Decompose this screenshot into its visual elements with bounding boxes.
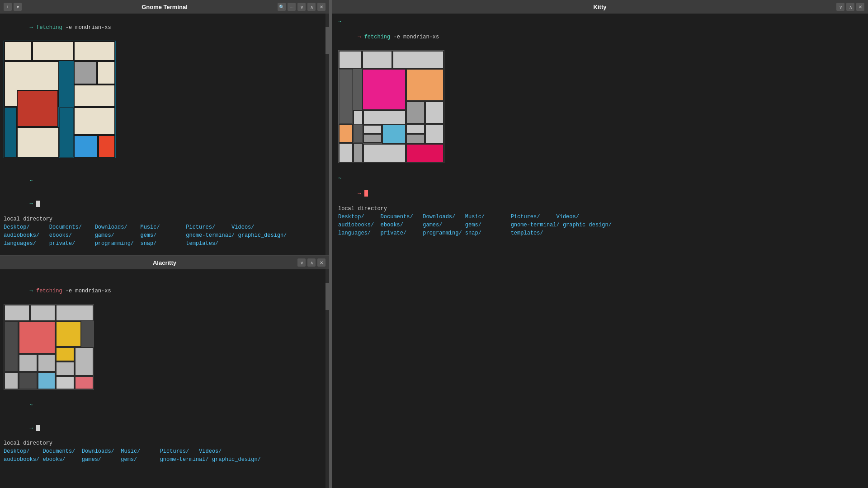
kitty-shell-arrow: →: [358, 191, 364, 197]
gnome-search-button[interactable]: 🔍: [278, 3, 286, 11]
gnome-scrollbar-thumb[interactable]: [326, 27, 329, 54]
svg-rect-7: [98, 61, 115, 84]
gnome-terminal-window: + ▾ Gnome Terminal 🔍 ··· ∨ ∧ ✕ → fetchin…: [0, 0, 329, 255]
svg-rect-51: [406, 134, 425, 143]
kitty-prompt-arrow: →: [358, 34, 364, 40]
alacritty-command-keyword: fetching: [36, 288, 62, 294]
svg-rect-47: [363, 125, 382, 133]
svg-rect-56: [406, 144, 443, 162]
kitty-command-keyword: fetching: [364, 34, 391, 40]
gnome-terminal-title: Gnome Terminal: [142, 4, 188, 10]
alacritty-shell-arrow: →: [30, 425, 36, 432]
svg-rect-50: [406, 124, 425, 133]
svg-rect-6: [74, 61, 97, 84]
gnome-dir-listing: Desktop/ Documents/ Downloads/ Music/ Pi…: [4, 223, 326, 248]
alacritty-titlebar: Alacritty ∨ ∧ ✕: [0, 256, 329, 269]
svg-rect-21: [56, 322, 81, 347]
kitty-window: Kitty ∨ ∧ ✕ ~ → fetching -e mondrian-xs: [332, 0, 868, 488]
svg-rect-39: [363, 69, 406, 110]
svg-rect-29: [5, 372, 18, 389]
alacritty-local-dir-label: local directory: [4, 440, 326, 447]
alacritty-command-args: -e mondrian-xs: [62, 288, 111, 294]
kitty-mondrian-art: [338, 50, 444, 163]
svg-rect-3: [74, 42, 115, 61]
svg-rect-2: [33, 42, 73, 61]
svg-rect-8: [74, 85, 115, 107]
svg-rect-28: [38, 354, 55, 371]
gnome-mondrian-art: [4, 41, 116, 158]
svg-rect-54: [354, 143, 363, 162]
svg-rect-14: [74, 108, 115, 135]
svg-rect-1: [5, 42, 32, 61]
gnome-command-keyword: fetching: [36, 24, 62, 31]
left-panel: + ▾ Gnome Terminal 🔍 ··· ∨ ∧ ✕ → fetchin…: [0, 0, 330, 488]
gnome-minimize-button[interactable]: ∨: [297, 3, 306, 11]
kitty-blank-line: [338, 167, 862, 175]
gnome-terminal-titlebar: + ▾ Gnome Terminal 🔍 ··· ∨ ∧ ✕: [0, 0, 329, 14]
svg-rect-41: [406, 102, 425, 123]
svg-rect-18: [5, 305, 29, 321]
svg-rect-44: [363, 111, 406, 124]
svg-rect-26: [75, 347, 93, 375]
kitty-cursor: [364, 190, 368, 197]
alacritty-minimize-button[interactable]: ∨: [297, 258, 306, 267]
alacritty-window: Alacritty ∨ ∧ ✕ → fetching -e mondrian-x…: [0, 255, 329, 488]
gnome-menu-button[interactable]: ···: [288, 3, 296, 11]
svg-rect-43: [354, 111, 363, 124]
alacritty-tilde-2: ~: [4, 394, 326, 417]
gnome-local-dir-label: local directory: [4, 216, 326, 223]
svg-rect-11: [17, 127, 59, 157]
svg-rect-37: [393, 51, 443, 68]
gnome-shell-arrow: →: [30, 201, 36, 207]
svg-rect-36: [363, 51, 392, 68]
svg-rect-15: [60, 108, 73, 157]
svg-rect-45: [339, 124, 353, 142]
alacritty-prompt-arrow: →: [30, 288, 36, 294]
svg-rect-23: [5, 322, 18, 371]
alacritty-scrollbar-thumb[interactable]: [326, 283, 329, 310]
gnome-dropdown-button[interactable]: ▾: [14, 3, 22, 11]
gnome-prompt-arrow: →: [30, 24, 36, 31]
svg-rect-22: [56, 347, 74, 361]
alacritty-close-button[interactable]: ✕: [317, 258, 326, 267]
kitty-local-dir-label: local directory: [338, 205, 862, 213]
gnome-maximize-button[interactable]: ∧: [307, 3, 316, 11]
svg-rect-16: [5, 108, 16, 157]
kitty-title: Kitty: [594, 4, 607, 10]
svg-rect-13: [99, 136, 115, 157]
gnome-command-line: → fetching -e mondrian-xs: [4, 16, 326, 39]
alacritty-shell-prompt: →: [4, 417, 326, 440]
svg-rect-53: [339, 143, 353, 162]
svg-rect-32: [56, 376, 74, 389]
kitty-command-line: → fetching -e mondrian-xs: [338, 26, 862, 48]
alacritty-title: Alacritty: [153, 259, 176, 266]
svg-rect-31: [38, 372, 55, 389]
svg-rect-25: [56, 362, 74, 375]
alacritty-mondrian-art: [4, 304, 94, 390]
gnome-add-tab-button[interactable]: +: [4, 3, 12, 11]
svg-rect-55: [363, 144, 406, 162]
gnome-close-button[interactable]: ✕: [317, 3, 326, 11]
kitty-close-button[interactable]: ✕: [856, 3, 864, 11]
svg-rect-46: [354, 124, 363, 142]
alacritty-maximize-button[interactable]: ∧: [307, 258, 316, 267]
gnome-cursor: [36, 201, 40, 207]
gnome-scrollbar[interactable]: [326, 14, 329, 255]
alacritty-scrollbar[interactable]: [326, 269, 329, 488]
kitty-body: ~ → fetching -e mondrian-xs: [332, 14, 868, 488]
svg-rect-12: [74, 136, 98, 157]
gnome-terminal-body: → fetching -e mondrian-xs: [0, 14, 329, 255]
kitty-minimize-button[interactable]: ∨: [836, 3, 844, 11]
kitty-maximize-button[interactable]: ∧: [846, 3, 854, 11]
kitty-tilde-line-1: ~: [338, 18, 862, 26]
alacritty-controls: ∨ ∧ ✕: [297, 258, 326, 267]
kitty-titlebar: Kitty ∨ ∧ ✕: [332, 0, 868, 14]
gnome-command-args: -e mondrian-xs: [62, 24, 111, 31]
gnome-terminal-left-controls: + ▾: [4, 3, 22, 11]
gnome-terminal-right-controls: 🔍 ··· ∨ ∧ ✕: [278, 3, 326, 11]
alacritty-command-line: → fetching -e mondrian-xs: [4, 280, 326, 302]
svg-rect-24: [19, 322, 55, 353]
svg-rect-5: [17, 90, 58, 127]
alacritty-tilde: ~: [30, 402, 33, 408]
alacritty-tilde-line: [4, 272, 326, 280]
